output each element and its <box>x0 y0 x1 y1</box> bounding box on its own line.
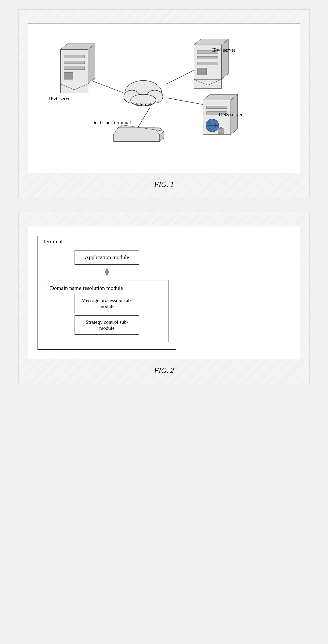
terminal-box: Terminal Application module <box>37 236 176 350</box>
fig2-caption: FIG. 2 <box>154 366 174 375</box>
application-module-text: Application module <box>85 254 129 260</box>
fig2-container: Terminal Application module <box>18 212 310 384</box>
fig2-inner: Terminal Application module <box>28 226 300 359</box>
svg-rect-24 <box>197 68 207 75</box>
svg-marker-41 <box>159 131 164 142</box>
domain-module-label: Domain name resolution module <box>50 285 164 291</box>
internet-label: Internet <box>135 102 151 107</box>
svg-rect-31 <box>207 106 227 109</box>
svg-marker-46 <box>105 272 109 276</box>
svg-rect-47 <box>106 270 108 272</box>
double-arrow-icon <box>100 266 114 278</box>
double-arrow-container <box>45 266 169 278</box>
fig1-inner: IPv6 server Internet <box>28 24 300 173</box>
svg-rect-23 <box>197 62 218 65</box>
svg-marker-20 <box>222 39 229 80</box>
strategy-control-box: Strategy control sub-module <box>74 316 139 335</box>
dual-stack-label: Dual stack terminal <box>91 120 131 125</box>
application-module-box: Application module <box>74 250 139 265</box>
svg-rect-7 <box>64 55 84 58</box>
message-processing-box: Message processing sub-module <box>74 294 139 313</box>
fig1-diagram: IPv6 server Internet <box>37 33 291 163</box>
fig1-caption: FIG. 1 <box>154 180 174 189</box>
terminal-label: Terminal <box>42 238 62 245</box>
ipv4-label: IPv4 server <box>212 47 236 53</box>
svg-marker-6 <box>88 44 95 84</box>
page: IPv6 server Internet <box>18 9 310 384</box>
dns-label: DNS server <box>219 112 243 117</box>
svg-rect-8 <box>64 61 84 64</box>
svg-rect-9 <box>64 67 84 70</box>
fig1-container: IPv6 server Internet <box>18 9 310 198</box>
svg-marker-40 <box>113 128 159 142</box>
domain-module-outer: Domain name resolution module Message pr… <box>45 280 169 342</box>
svg-marker-11 <box>60 84 88 93</box>
ipv6-label: IPv6 server <box>49 96 72 101</box>
svg-rect-10 <box>64 72 73 80</box>
message-processing-text: Message processing sub-module <box>81 297 132 309</box>
svg-rect-38 <box>218 129 224 134</box>
svg-marker-25 <box>194 80 222 89</box>
strategy-control-text: Strategy control sub-module <box>86 319 128 331</box>
svg-line-3 <box>136 107 150 130</box>
svg-rect-22 <box>197 56 218 59</box>
